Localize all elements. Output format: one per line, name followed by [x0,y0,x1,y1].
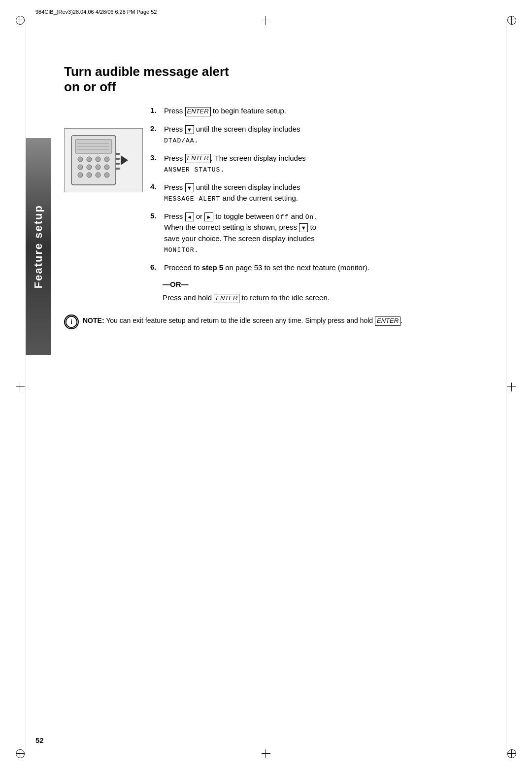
note-content: You can exit feature setup and return to… [106,317,375,324]
display-monitor: MONITOR. [164,246,199,254]
step-2-number: 2. [150,124,164,133]
reg-mark-tc [262,16,270,25]
reg-mark-mr [507,383,516,391]
steps-list: 1. Press ENTER to begin feature setup. 2… [150,106,488,273]
page-border-left [26,25,26,749]
reg-mark-ml [16,383,25,391]
note-text: NOTE: You can exit feature setup and ret… [83,316,402,326]
page-border-right [506,25,506,749]
side-tab-label: Feature setup [32,205,45,288]
enter-key-3: ENTER [185,154,211,163]
enter-key-or: ENTER [214,294,239,303]
page-title: Turn audible message alert on or off [64,64,488,95]
step-1-number: 1. [150,106,164,114]
display-answer-status: ANSWER STATUS. [164,166,225,174]
step-4-text: Press ▼ until the screen display include… [164,182,488,204]
step-4-number: 4. [150,182,164,191]
step-1: 1. Press ENTER to begin feature setup. [150,106,488,117]
step-3: 3. Press ENTER. The screen display inclu… [150,153,488,175]
note-period: . [400,317,402,324]
display-on: On. [305,213,318,221]
step-2-text: Press ▼ until the screen display include… [164,124,488,146]
step-1-text: Press ENTER to begin feature setup. [164,106,488,117]
or-divider: —OR— [163,280,488,288]
display-off: Off [276,213,289,221]
step-5-text: Press ◄ or ► to toggle between Off and O… [164,211,488,255]
arrow-down-5: ▼ [299,223,308,232]
step-6: 6. Proceed to step 5 on page 53 to set t… [150,262,488,274]
arrow-down-4: ▼ [185,183,194,192]
display-message-alert: MESSAGE ALERT [164,195,220,203]
step-5: 5. Press ◄ or ► to toggle between Off an… [150,211,488,255]
or-paragraph: Press and hold ENTER to return to the id… [163,292,488,304]
main-content: Turn audible message alert on or off 1. … [64,64,488,329]
arrow-left-5: ◄ [185,212,194,221]
title-line2: on or off [64,79,116,94]
step-5-number: 5. [150,211,164,220]
title-line1: Turn audible message alert [64,64,229,79]
arrow-right-5: ► [204,212,213,221]
side-tab: Feature setup [26,138,51,355]
header-text: 984CIB_(Rev3)28.04.06 4/28/06 6:28 PM Pa… [35,9,157,15]
step-6-number: 6. [150,262,164,271]
display-dtad: DTAD/AA. [164,137,199,144]
svg-text:i: i [70,318,72,325]
note-label: NOTE: [83,317,104,324]
note-icon: i [64,315,79,329]
reg-mark-br [507,749,516,758]
step-6-text: Proceed to step 5 on page 53 to set the … [164,262,488,274]
reg-mark-bl [16,749,25,758]
reg-mark-tr [507,16,516,25]
note-block: i NOTE: You can exit feature setup and r… [64,316,488,329]
reg-mark-bc [262,749,270,758]
enter-key-note: ENTER [375,317,400,326]
step-3-number: 3. [150,153,164,162]
enter-key-1: ENTER [185,107,211,116]
arrow-down-2: ▼ [185,125,194,134]
page-number: 52 [35,736,44,744]
step-2: 2. Press ▼ until the screen display incl… [150,124,488,146]
step-3-text: Press ENTER. The screen display includes… [164,153,488,175]
reg-mark-tl [16,16,25,25]
step-4: 4. Press ▼ until the screen display incl… [150,182,488,204]
step-5-bold: step 5 [202,263,223,272]
